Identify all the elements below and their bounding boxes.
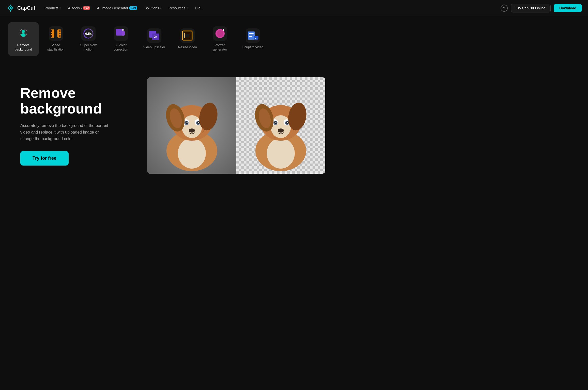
svg-point-5 — [22, 30, 25, 33]
svg-text:AI: AI — [255, 37, 257, 39]
tool-ai-color-correction[interactable]: AI colorcorrection — [106, 22, 136, 56]
nav-items: Products ▾ AI tools ▾ Hot AI Image Gener… — [41, 5, 499, 12]
svg-rect-13 — [59, 30, 60, 32]
tool-label-resize-video: Resize video — [178, 45, 197, 50]
svg-point-44 — [182, 115, 202, 138]
svg-point-62 — [267, 138, 295, 169]
script-to-video-icon: AI — [246, 28, 260, 43]
resize-video-icon — [180, 28, 195, 43]
remove-background-icon — [16, 26, 30, 41]
svg-text:2x: 2x — [154, 35, 158, 39]
svg-rect-28 — [184, 33, 190, 38]
navigation: CapCut Products ▾ AI tools ▾ Hot AI Imag… — [0, 0, 588, 16]
hot-badge: Hot — [83, 6, 90, 10]
svg-rect-10 — [51, 30, 52, 32]
demo-processed — [236, 77, 325, 174]
tool-video-stabilization[interactable]: Videostabilization — [41, 22, 71, 56]
svg-rect-33 — [248, 31, 255, 40]
nav-ecommerce-label: E-c… — [195, 6, 204, 10]
help-icon[interactable]: ? — [501, 5, 508, 12]
tool-super-slow-motion[interactable]: 0.5x Super slowmotion — [73, 22, 104, 56]
tool-remove-background[interactable]: Removebackground — [8, 22, 39, 56]
chevron-down-icon: ▾ — [59, 7, 61, 9]
nav-resources-label: Resources — [168, 6, 185, 10]
try-for-free-button[interactable]: Try for free — [20, 151, 69, 166]
download-button[interactable]: Download — [554, 4, 582, 12]
tool-label-super-slow-motion: Super slowmotion — [80, 43, 97, 52]
logo-text: CapCut — [17, 5, 35, 11]
beta-badge: Beta — [129, 6, 137, 10]
nav-actions: ? Try CapCut Online Download — [501, 4, 582, 12]
logo[interactable]: CapCut — [6, 4, 35, 13]
ai-color-correction-icon — [114, 26, 128, 41]
svg-text:0.5x: 0.5x — [85, 32, 92, 36]
svg-point-6 — [21, 33, 26, 37]
nav-products-label: Products — [44, 6, 58, 10]
chevron-down-icon: ▾ — [160, 7, 161, 9]
tool-label-ai-color-correction: AI colorcorrection — [114, 43, 128, 52]
nav-resources[interactable]: Resources ▾ — [165, 5, 191, 12]
chevron-down-icon: ▾ — [187, 7, 188, 9]
svg-point-73 — [278, 128, 284, 133]
hero-section: Remove background Accurately remove the … — [0, 62, 588, 189]
tool-label-video-upscaler: Video upscaler — [143, 45, 165, 50]
hero-title: Remove background — [20, 85, 127, 116]
tool-video-upscaler[interactable]: 2x Video upscaler — [138, 24, 170, 54]
video-stabilization-icon — [49, 26, 63, 41]
tool-script-to-video[interactable]: AI Script to video — [237, 24, 268, 54]
try-capcut-button[interactable]: Try CapCut Online — [511, 4, 551, 12]
nav-ai-image-gen-label: AI Image Generator — [97, 6, 128, 10]
video-upscaler-icon: 2x — [147, 28, 161, 43]
nav-ai-tools-label: AI tools — [68, 6, 80, 10]
svg-rect-14 — [59, 33, 60, 34]
svg-rect-12 — [51, 35, 52, 37]
svg-point-71 — [275, 122, 276, 123]
demo-canvas — [147, 77, 325, 174]
portrait-generator-icon — [213, 26, 227, 41]
nav-solutions-label: Solutions — [144, 6, 159, 10]
tool-label-portrait-generator: Portraitgenerator — [213, 43, 227, 52]
chevron-down-icon: ▾ — [81, 7, 82, 9]
nav-solutions[interactable]: Solutions ▾ — [141, 5, 164, 12]
nav-ecommerce[interactable]: E-c… — [192, 5, 207, 12]
tool-label-remove-background: Removebackground — [15, 43, 32, 52]
nav-products[interactable]: Products ▾ — [41, 5, 64, 12]
svg-rect-15 — [59, 35, 60, 37]
tool-label-script-to-video: Script to video — [242, 45, 263, 50]
tool-label-video-stabilization: Videostabilization — [47, 43, 65, 52]
svg-point-42 — [178, 138, 206, 169]
nav-ai-image-gen[interactable]: AI Image Generator Beta — [94, 5, 141, 12]
tool-resize-video[interactable]: Resize video — [172, 24, 203, 54]
svg-rect-11 — [51, 33, 52, 34]
nav-ai-tools[interactable]: AI tools ▾ Hot — [65, 5, 93, 12]
svg-point-53 — [189, 128, 195, 133]
logo-icon — [6, 4, 15, 13]
svg-point-64 — [271, 115, 291, 138]
tools-strip: Removebackground Videostabilization — [0, 16, 588, 62]
svg-point-51 — [187, 122, 188, 123]
svg-point-52 — [198, 122, 199, 123]
super-slow-motion-icon: 0.5x — [81, 26, 96, 41]
tool-portrait-generator[interactable]: Portraitgenerator — [205, 22, 235, 56]
hero-description: Accurately remove the background of the … — [20, 122, 112, 142]
svg-point-31 — [217, 30, 223, 37]
hero-text: Remove background Accurately remove the … — [20, 85, 127, 166]
hero-demo-image — [147, 77, 325, 174]
demo-original — [147, 77, 236, 174]
svg-point-72 — [287, 122, 288, 123]
